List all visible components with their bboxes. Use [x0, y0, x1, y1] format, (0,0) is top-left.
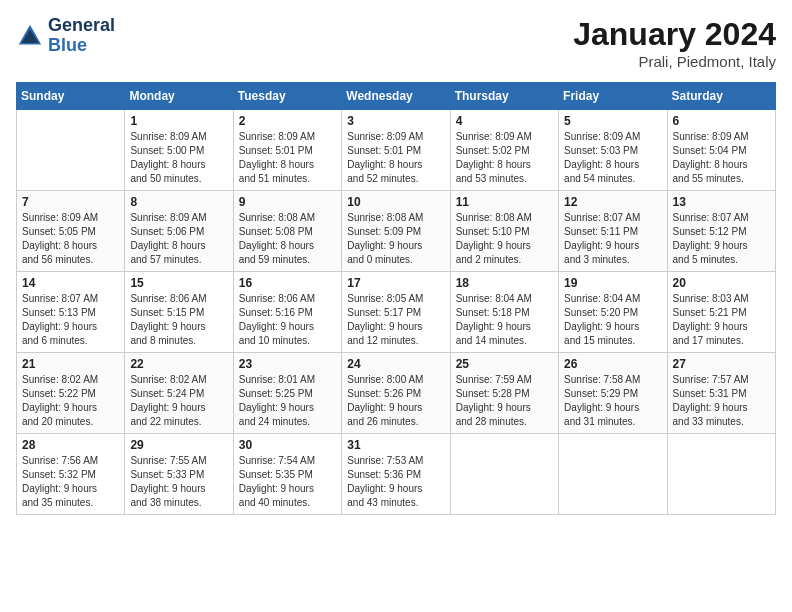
day-info: Sunrise: 8:01 AM Sunset: 5:25 PM Dayligh…	[239, 373, 336, 429]
calendar-cell: 25Sunrise: 7:59 AM Sunset: 5:28 PM Dayli…	[450, 353, 558, 434]
calendar-cell: 17Sunrise: 8:05 AM Sunset: 5:17 PM Dayli…	[342, 272, 450, 353]
calendar-cell: 31Sunrise: 7:53 AM Sunset: 5:36 PM Dayli…	[342, 434, 450, 515]
day-info: Sunrise: 8:09 AM Sunset: 5:04 PM Dayligh…	[673, 130, 770, 186]
calendar-table: SundayMondayTuesdayWednesdayThursdayFrid…	[16, 82, 776, 515]
day-number: 22	[130, 357, 227, 371]
calendar-cell: 24Sunrise: 8:00 AM Sunset: 5:26 PM Dayli…	[342, 353, 450, 434]
day-number: 24	[347, 357, 444, 371]
calendar-cell: 18Sunrise: 8:04 AM Sunset: 5:18 PM Dayli…	[450, 272, 558, 353]
calendar-cell: 29Sunrise: 7:55 AM Sunset: 5:33 PM Dayli…	[125, 434, 233, 515]
calendar-cell: 22Sunrise: 8:02 AM Sunset: 5:24 PM Dayli…	[125, 353, 233, 434]
calendar-cell: 1Sunrise: 8:09 AM Sunset: 5:00 PM Daylig…	[125, 110, 233, 191]
day-info: Sunrise: 8:05 AM Sunset: 5:17 PM Dayligh…	[347, 292, 444, 348]
day-number: 16	[239, 276, 336, 290]
day-number: 25	[456, 357, 553, 371]
day-number: 27	[673, 357, 770, 371]
calendar-cell: 20Sunrise: 8:03 AM Sunset: 5:21 PM Dayli…	[667, 272, 775, 353]
calendar-cell: 28Sunrise: 7:56 AM Sunset: 5:32 PM Dayli…	[17, 434, 125, 515]
day-number: 15	[130, 276, 227, 290]
day-number: 6	[673, 114, 770, 128]
calendar-cell: 7Sunrise: 8:09 AM Sunset: 5:05 PM Daylig…	[17, 191, 125, 272]
day-number: 2	[239, 114, 336, 128]
day-info: Sunrise: 8:08 AM Sunset: 5:09 PM Dayligh…	[347, 211, 444, 267]
calendar-cell: 9Sunrise: 8:08 AM Sunset: 5:08 PM Daylig…	[233, 191, 341, 272]
day-info: Sunrise: 7:53 AM Sunset: 5:36 PM Dayligh…	[347, 454, 444, 510]
day-info: Sunrise: 8:09 AM Sunset: 5:01 PM Dayligh…	[347, 130, 444, 186]
day-info: Sunrise: 8:00 AM Sunset: 5:26 PM Dayligh…	[347, 373, 444, 429]
day-info: Sunrise: 7:58 AM Sunset: 5:29 PM Dayligh…	[564, 373, 661, 429]
column-header-friday: Friday	[559, 83, 667, 110]
day-info: Sunrise: 8:07 AM Sunset: 5:13 PM Dayligh…	[22, 292, 119, 348]
day-number: 1	[130, 114, 227, 128]
day-info: Sunrise: 7:56 AM Sunset: 5:32 PM Dayligh…	[22, 454, 119, 510]
day-number: 30	[239, 438, 336, 452]
day-info: Sunrise: 8:03 AM Sunset: 5:21 PM Dayligh…	[673, 292, 770, 348]
logo-blue: Blue	[48, 36, 115, 56]
calendar-cell	[559, 434, 667, 515]
day-info: Sunrise: 8:08 AM Sunset: 5:10 PM Dayligh…	[456, 211, 553, 267]
calendar-cell: 4Sunrise: 8:09 AM Sunset: 5:02 PM Daylig…	[450, 110, 558, 191]
calendar-cell: 15Sunrise: 8:06 AM Sunset: 5:15 PM Dayli…	[125, 272, 233, 353]
day-number: 8	[130, 195, 227, 209]
calendar-cell: 12Sunrise: 8:07 AM Sunset: 5:11 PM Dayli…	[559, 191, 667, 272]
day-number: 4	[456, 114, 553, 128]
day-number: 29	[130, 438, 227, 452]
day-number: 18	[456, 276, 553, 290]
day-number: 21	[22, 357, 119, 371]
day-info: Sunrise: 8:08 AM Sunset: 5:08 PM Dayligh…	[239, 211, 336, 267]
day-number: 28	[22, 438, 119, 452]
column-header-saturday: Saturday	[667, 83, 775, 110]
day-info: Sunrise: 8:09 AM Sunset: 5:02 PM Dayligh…	[456, 130, 553, 186]
calendar-cell: 27Sunrise: 7:57 AM Sunset: 5:31 PM Dayli…	[667, 353, 775, 434]
calendar-cell: 5Sunrise: 8:09 AM Sunset: 5:03 PM Daylig…	[559, 110, 667, 191]
calendar-cell: 10Sunrise: 8:08 AM Sunset: 5:09 PM Dayli…	[342, 191, 450, 272]
day-info: Sunrise: 8:09 AM Sunset: 5:05 PM Dayligh…	[22, 211, 119, 267]
day-number: 11	[456, 195, 553, 209]
day-info: Sunrise: 8:02 AM Sunset: 5:22 PM Dayligh…	[22, 373, 119, 429]
day-number: 5	[564, 114, 661, 128]
calendar-week-5: 28Sunrise: 7:56 AM Sunset: 5:32 PM Dayli…	[17, 434, 776, 515]
calendar-header-row: SundayMondayTuesdayWednesdayThursdayFrid…	[17, 83, 776, 110]
day-number: 26	[564, 357, 661, 371]
page-header: General Blue January 2024 Prali, Piedmon…	[16, 16, 776, 70]
calendar-week-4: 21Sunrise: 8:02 AM Sunset: 5:22 PM Dayli…	[17, 353, 776, 434]
calendar-cell: 21Sunrise: 8:02 AM Sunset: 5:22 PM Dayli…	[17, 353, 125, 434]
day-number: 23	[239, 357, 336, 371]
day-number: 14	[22, 276, 119, 290]
day-info: Sunrise: 8:02 AM Sunset: 5:24 PM Dayligh…	[130, 373, 227, 429]
calendar-cell: 3Sunrise: 8:09 AM Sunset: 5:01 PM Daylig…	[342, 110, 450, 191]
column-header-monday: Monday	[125, 83, 233, 110]
day-info: Sunrise: 8:04 AM Sunset: 5:20 PM Dayligh…	[564, 292, 661, 348]
day-info: Sunrise: 7:54 AM Sunset: 5:35 PM Dayligh…	[239, 454, 336, 510]
title-block: January 2024 Prali, Piedmont, Italy	[573, 16, 776, 70]
calendar-cell: 23Sunrise: 8:01 AM Sunset: 5:25 PM Dayli…	[233, 353, 341, 434]
logo: General Blue	[16, 16, 115, 56]
calendar-cell: 30Sunrise: 7:54 AM Sunset: 5:35 PM Dayli…	[233, 434, 341, 515]
day-info: Sunrise: 8:09 AM Sunset: 5:01 PM Dayligh…	[239, 130, 336, 186]
calendar-cell: 16Sunrise: 8:06 AM Sunset: 5:16 PM Dayli…	[233, 272, 341, 353]
calendar-week-3: 14Sunrise: 8:07 AM Sunset: 5:13 PM Dayli…	[17, 272, 776, 353]
day-info: Sunrise: 7:55 AM Sunset: 5:33 PM Dayligh…	[130, 454, 227, 510]
calendar-cell: 2Sunrise: 8:09 AM Sunset: 5:01 PM Daylig…	[233, 110, 341, 191]
calendar-cell: 11Sunrise: 8:08 AM Sunset: 5:10 PM Dayli…	[450, 191, 558, 272]
day-info: Sunrise: 8:06 AM Sunset: 5:16 PM Dayligh…	[239, 292, 336, 348]
column-header-thursday: Thursday	[450, 83, 558, 110]
column-header-sunday: Sunday	[17, 83, 125, 110]
calendar-cell: 8Sunrise: 8:09 AM Sunset: 5:06 PM Daylig…	[125, 191, 233, 272]
day-info: Sunrise: 7:57 AM Sunset: 5:31 PM Dayligh…	[673, 373, 770, 429]
calendar-cell: 13Sunrise: 8:07 AM Sunset: 5:12 PM Dayli…	[667, 191, 775, 272]
calendar-week-2: 7Sunrise: 8:09 AM Sunset: 5:05 PM Daylig…	[17, 191, 776, 272]
calendar-week-1: 1Sunrise: 8:09 AM Sunset: 5:00 PM Daylig…	[17, 110, 776, 191]
calendar-cell: 6Sunrise: 8:09 AM Sunset: 5:04 PM Daylig…	[667, 110, 775, 191]
subtitle: Prali, Piedmont, Italy	[573, 53, 776, 70]
day-info: Sunrise: 8:06 AM Sunset: 5:15 PM Dayligh…	[130, 292, 227, 348]
calendar-cell: 26Sunrise: 7:58 AM Sunset: 5:29 PM Dayli…	[559, 353, 667, 434]
main-title: January 2024	[573, 16, 776, 53]
day-number: 3	[347, 114, 444, 128]
calendar-cell: 14Sunrise: 8:07 AM Sunset: 5:13 PM Dayli…	[17, 272, 125, 353]
day-number: 12	[564, 195, 661, 209]
day-number: 13	[673, 195, 770, 209]
day-number: 9	[239, 195, 336, 209]
calendar-cell	[17, 110, 125, 191]
day-number: 19	[564, 276, 661, 290]
